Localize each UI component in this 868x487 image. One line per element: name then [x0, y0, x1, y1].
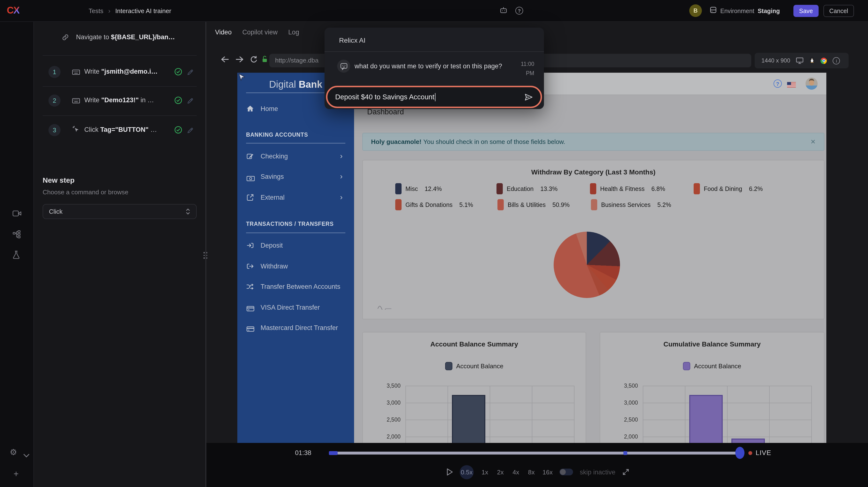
edit-pencil-icon[interactable]	[187, 69, 193, 78]
tab-copilot-view[interactable]: Copilot view	[242, 29, 278, 36]
tab-log[interactable]: Log	[288, 29, 299, 36]
flow-tree-icon[interactable]	[12, 230, 21, 240]
bank-nav-deposit[interactable]: Deposit	[237, 238, 354, 253]
environment-label: Environment	[720, 7, 754, 14]
play-icon[interactable]	[446, 468, 453, 476]
speed-16x[interactable]: 16x	[542, 468, 553, 476]
video-player-bar: 01:38 LIVE 0.5x1x2x4x8x16x skip inactive	[206, 443, 868, 487]
monitor-icon[interactable]	[796, 57, 804, 64]
bank-nav-mastercard-transfer[interactable]: Mastercard Direct Transfer	[237, 321, 354, 335]
bank-nav-label: Transfer Between Accounts	[260, 283, 340, 290]
bank-nav-label: Deposit	[260, 242, 283, 249]
seek-bar-marker[interactable]	[623, 451, 627, 455]
sparkline-icon	[377, 303, 392, 312]
legend-label: Account Balance	[456, 362, 503, 370]
legend-item: Education13.3%	[496, 183, 558, 194]
command-select[interactable]: Click	[42, 204, 197, 219]
flask-icon[interactable]	[12, 250, 20, 261]
new-step-title: New step	[42, 176, 74, 184]
step-row-2[interactable]: 2 Write "Demo123!" in …	[34, 93, 206, 108]
speed-options: 0.5x1x2x4x8x16x	[460, 465, 553, 479]
breadcrumb-current: Interactive AI trainer	[115, 7, 171, 14]
keyboard-icon	[72, 97, 80, 105]
environment-selector[interactable]: Environment Staging	[710, 6, 780, 16]
add-icon[interactable]: +	[13, 469, 19, 479]
send-icon[interactable]	[525, 93, 533, 100]
back-icon[interactable]	[221, 56, 229, 65]
playhead[interactable]	[735, 447, 744, 459]
resolution-label: 1440 x 900	[762, 57, 790, 64]
credit-card-icon	[247, 325, 254, 334]
step-success-icon	[175, 96, 182, 106]
video-camera-icon[interactable]	[12, 210, 21, 219]
save-button[interactable]: Save	[794, 5, 818, 17]
bank-nav-visa-transfer[interactable]: VISA Direct Transfer	[237, 300, 354, 315]
us-flag-icon[interactable]	[787, 81, 796, 90]
help-icon[interactable]: ?	[516, 7, 523, 14]
bank-nav-savings[interactable]: Savings ›	[237, 170, 354, 184]
step-navigate[interactable]: Navigate to ${BASE_URL}/ban…	[34, 31, 206, 45]
speed-2x[interactable]: 2x	[496, 468, 505, 476]
bar	[452, 395, 485, 443]
breadcrumb-tests[interactable]: Tests	[89, 7, 103, 14]
chevron-down-icon[interactable]	[23, 451, 30, 459]
gridline	[405, 386, 406, 443]
alert-close-icon[interactable]: ✕	[810, 138, 816, 145]
chevron-right-icon: ›	[340, 193, 343, 202]
breadcrumb: Tests › Interactive AI trainer	[89, 7, 171, 14]
cx-logo[interactable]: CX	[7, 5, 28, 16]
relicx-input[interactable]: Deposit $40 to Savings Account	[326, 86, 542, 108]
chevron-right-icon: ›	[340, 172, 343, 181]
step-number: 2	[49, 94, 61, 106]
forward-icon[interactable]	[236, 56, 244, 65]
gridline	[811, 386, 812, 443]
edit-pencil-icon[interactable]	[187, 97, 193, 106]
skip-inactive-label: skip inactive	[580, 468, 615, 476]
divider	[42, 115, 197, 116]
gridline	[490, 386, 490, 443]
credit-card-icon	[247, 305, 254, 313]
playback-controls: 0.5x1x2x4x8x16x skip inactive	[446, 465, 629, 479]
legend-swatch	[445, 362, 452, 370]
speed-1x[interactable]: 1x	[480, 468, 489, 476]
ai-robot-icon[interactable]	[500, 7, 507, 16]
seek-bar[interactable]	[329, 452, 744, 454]
alert-bold-text: Holy guacamole!	[371, 138, 422, 145]
drag-grip-handle[interactable]	[204, 252, 208, 261]
left-icon-rail: ⚙ +	[0, 22, 34, 487]
gear-icon[interactable]: ⚙	[10, 448, 17, 456]
step-label: Write "Demo123!" in …	[84, 96, 203, 104]
bank-nav-withdraw[interactable]: Withdraw	[237, 259, 354, 274]
bar	[732, 438, 765, 443]
speed-4x[interactable]: 4x	[512, 468, 520, 476]
step-row-1[interactable]: 1 Write "jsmith@demo.i…	[34, 65, 206, 80]
skip-inactive-toggle[interactable]	[559, 468, 573, 476]
bank-nav-label: Mastercard Direct Transfer	[260, 324, 338, 331]
user-avatar[interactable]: B	[689, 4, 702, 17]
reload-icon[interactable]	[250, 56, 258, 65]
bank-nav-external[interactable]: External ›	[237, 190, 354, 205]
legend-label: Account Balance	[694, 362, 741, 370]
legend-swatch	[497, 199, 504, 210]
speed-8x[interactable]: 8x	[527, 468, 536, 476]
info-icon[interactable]: i	[833, 57, 840, 64]
bank-help-icon[interactable]: ?	[774, 80, 782, 88]
pie-chart-card: Withdraw By Category (Last 3 Months) Mis…	[362, 160, 825, 319]
gridline	[447, 386, 448, 443]
speed-0.5x[interactable]: 0.5x	[460, 465, 474, 479]
cancel-button[interactable]: Cancel	[824, 5, 854, 17]
edit-pencil-icon[interactable]	[187, 127, 193, 136]
legend-item: Misc12.4%	[395, 183, 442, 194]
external-link-icon	[247, 194, 254, 203]
tab-video[interactable]: Video	[215, 29, 232, 36]
test-steps-panel: Navigate to ${BASE_URL}/ban… 1 Write "js…	[34, 22, 206, 487]
y-axis-tick: 2,500	[608, 416, 638, 424]
fullscreen-icon[interactable]	[622, 468, 629, 475]
step-row-3[interactable]: 3 Click Tag="BUTTON" …	[34, 123, 206, 138]
bank-nav-transfer[interactable]: Transfer Between Accounts	[237, 280, 354, 294]
bank-nav-checking[interactable]: Checking ›	[237, 149, 354, 164]
bank-nav-label: External	[260, 194, 285, 201]
legend-swatch	[693, 183, 700, 194]
bank-user-avatar[interactable]	[806, 78, 817, 90]
video-viewport[interactable]: Digital Bank Home BANKING ACCOUNTS	[206, 73, 868, 443]
